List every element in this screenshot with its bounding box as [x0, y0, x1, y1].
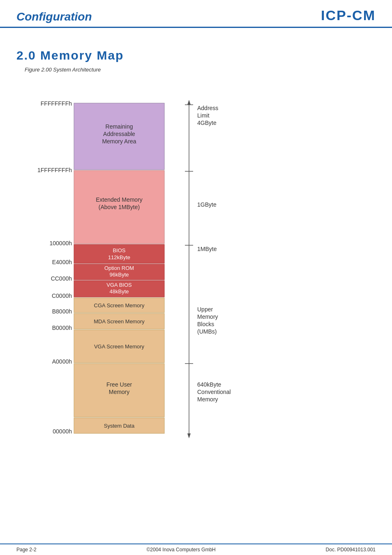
- diagram-area: FFFFFFFFh 1FFFFFFFFh 100000h E4000h CC00…: [0, 79, 392, 474]
- block-bios-label1: BIOS: [113, 247, 125, 253]
- block-remaining-label1: Remaining: [106, 123, 133, 130]
- addr-label-100000: 100000h: [49, 240, 72, 246]
- ann-umbs1: Upper: [197, 306, 213, 313]
- block-extended-label2: (Above 1MByte): [99, 204, 140, 210]
- addr-label-b0000: B0000h: [52, 325, 72, 331]
- block-option-rom-label1: Option ROM: [104, 265, 134, 271]
- figure-caption: Figure 2.00 System Architecture: [0, 67, 392, 79]
- block-cga-label: CGA Screen Memory: [94, 302, 145, 309]
- addr-label-c0000: C0000h: [52, 292, 72, 299]
- ann-address-limit3: 4GByte: [197, 120, 217, 126]
- axis-arrow-bottom: [187, 433, 191, 438]
- addr-label-ffffffff: FFFFFFFFh: [41, 100, 72, 107]
- block-free-label2: Memory: [109, 389, 130, 395]
- page-header: Configuration ICP-CM: [0, 0, 392, 28]
- block-remaining-label3: Memory Area: [102, 138, 136, 145]
- memory-map-diagram: FFFFFFFFh 1FFFFFFFFh 100000h E4000h CC00…: [33, 79, 370, 457]
- ann-640k1: 640kByte: [197, 381, 221, 388]
- footer-page: Page 2-2: [16, 547, 37, 553]
- block-remaining-label2: Addressable: [103, 131, 135, 137]
- addr-label-1ffffffff: 1FFFFFFFFh: [37, 167, 72, 173]
- ann-1mbyte: 1MByte: [197, 246, 217, 252]
- block-vga-bios-label1: VGA BIOS: [106, 282, 132, 288]
- ann-umbs3: Blocks: [197, 321, 214, 327]
- block-bios-label2: 112kByte: [108, 254, 130, 260]
- axis-arrow-top: [187, 100, 191, 105]
- block-vga-label: VGA Screen Memory: [94, 343, 145, 350]
- addr-label-00000: 00000h: [53, 428, 72, 435]
- block-mda-label: MDA Screen Memory: [94, 318, 145, 325]
- footer-copyright: ©2004 Inova Computers GmbH: [147, 547, 216, 553]
- header-config-label: Configuration: [16, 10, 92, 23]
- block-free-label1: Free User: [106, 381, 132, 388]
- page-title: 2.0 Memory Map: [0, 28, 392, 67]
- ann-umbs2: Memory: [197, 313, 218, 320]
- ann-640k2: Conventional: [197, 389, 231, 395]
- ann-umbs4: (UMBs): [197, 328, 217, 335]
- addr-label-a0000: A0000h: [52, 358, 72, 365]
- ann-640k3: Memory: [197, 396, 218, 403]
- ann-address-limit2: Limit: [197, 112, 210, 119]
- addr-label-e4000: E4000h: [52, 259, 72, 265]
- addr-label-b8000: B8000h: [52, 308, 72, 315]
- page-footer: Page 2-2 ©2004 Inova Computers GmbH Doc.…: [0, 543, 392, 555]
- block-option-rom-label2: 96kByte: [110, 272, 129, 278]
- addr-label-cc000: CC000h: [51, 275, 72, 282]
- footer-doc: Doc. PD00941013.001: [326, 547, 376, 553]
- header-brand-label: ICP-CM: [321, 7, 376, 23]
- block-extended-label1: Extended Memory: [96, 196, 143, 203]
- ann-address-limit1: Address: [197, 105, 218, 111]
- block-system-data-label: System Data: [104, 423, 135, 429]
- ann-1gbyte: 1GByte: [197, 201, 217, 208]
- block-vga-bios-label2: 48kByte: [110, 288, 129, 295]
